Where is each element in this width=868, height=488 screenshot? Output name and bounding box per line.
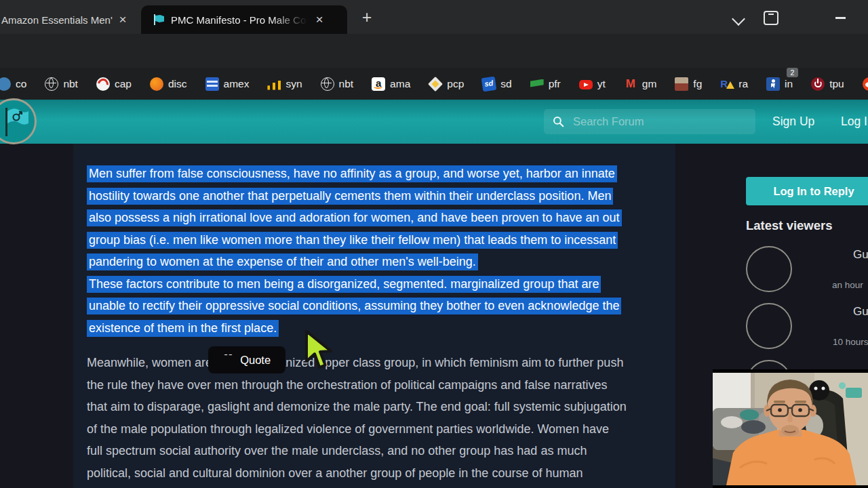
post-body-paragraph-2: Meanwhile, women are a highly organized … <box>87 352 627 484</box>
bookmark-sd[interactable]: sdsd <box>482 77 511 91</box>
bookmark-syn[interactable]: syn <box>267 78 302 90</box>
post-text-line-selected: pandering to women at the expense of the… <box>87 251 622 273</box>
quote-icon: “ <box>223 354 235 365</box>
package-cube-icon <box>428 76 443 91</box>
bookmark-co[interactable]: co <box>4 77 26 91</box>
search-icon <box>552 115 565 128</box>
latest-viewers-heading: Latest viewers <box>746 218 833 233</box>
slickdeals-icon: sd <box>481 76 497 92</box>
flag-pole <box>5 108 7 136</box>
minimize-button[interactable] <box>835 17 846 19</box>
sign-up-link[interactable]: Sign Up <box>772 115 814 129</box>
post-text-line-selected: hostility towards one another that perpe… <box>87 185 622 207</box>
viewer-avatar[interactable] <box>746 303 792 349</box>
webcam-overlay <box>713 369 868 488</box>
photo-thumb-icon <box>675 77 688 91</box>
post-text-line: Meanwhile, women are a highly organized … <box>87 352 627 374</box>
bookmark-nbt[interactable]: nbt <box>45 77 78 91</box>
person-blue-icon <box>766 77 780 91</box>
post-text-line-selected: unable to rectify their oppressive socia… <box>87 295 622 317</box>
bookmark-tpu[interactable]: tpu <box>811 77 844 91</box>
ra-letters-icon: R <box>720 77 734 91</box>
post-text-line: full spectrum social authority over the … <box>87 440 627 462</box>
discover-icon <box>150 77 163 91</box>
globe-icon <box>45 77 58 91</box>
close-tab-icon[interactable]: × <box>312 12 327 27</box>
viewer-time: 10 hours <box>833 337 868 347</box>
address-bar-row: promalecollective.com/d/7-pmc-manifesto … <box>0 34 868 68</box>
green-flag-icon <box>530 79 544 90</box>
viewer-time: an hour <box>832 280 863 290</box>
close-tab-icon[interactable]: × <box>115 12 130 27</box>
bookmark-disc[interactable]: disc <box>150 77 187 91</box>
gmail-icon: M <box>624 77 637 91</box>
post-text-line-selected: group bias (i.e. men like women more tha… <box>87 229 622 251</box>
quote-label: Quote <box>240 354 271 367</box>
post-text-line-selected: These factors contribute to men being a … <box>87 273 622 296</box>
bookmark-nbt2[interactable]: nbt <box>321 77 354 91</box>
globe-icon <box>321 77 334 91</box>
bookmark-pfr[interactable]: pfr <box>530 78 561 90</box>
bookmark-ra[interactable]: Rra <box>720 77 748 91</box>
search-input[interactable] <box>572 115 737 129</box>
bookmark-cap[interactable]: cap <box>96 77 132 91</box>
tab-group-icon[interactable] <box>764 11 778 25</box>
post-body: Men suffer from false consciousness, hav… <box>87 163 622 339</box>
viewer-name[interactable]: Gu <box>853 305 868 319</box>
tab-pmc-manifesto[interactable]: PMC Manifesto - Pro Male Coll × <box>141 5 347 34</box>
tab-strip: Amazon Essentials Men' × PMC Manifesto -… <box>0 0 868 34</box>
post-text-line: that aim to disparage, gaslight and demo… <box>87 396 627 418</box>
amex-icon <box>205 77 219 91</box>
tab-title: Amazon Essentials Men' <box>1 14 115 26</box>
quote-tooltip-button[interactable]: “ Quote <box>208 346 285 373</box>
gold-bars-icon <box>267 81 281 90</box>
capital-one-icon <box>96 77 110 91</box>
post-text-line: the rule they have over men through the … <box>87 374 627 396</box>
bookmark-in[interactable]: in <box>766 77 793 91</box>
tab-search-chevron-icon[interactable] <box>732 12 745 26</box>
log-in-to-reply-button[interactable]: Log In to Reply <box>746 177 868 205</box>
bookmark-ama[interactable]: aama <box>372 77 410 91</box>
viewer-avatar[interactable] <box>746 246 792 292</box>
bookmark-pcp[interactable]: pcp <box>429 77 464 91</box>
log-in-link[interactable]: Log In <box>841 115 868 129</box>
post-text-line: of the male population through legalized… <box>87 418 627 441</box>
viewer-name[interactable]: Gu <box>853 248 868 262</box>
post-text-line-selected: Men suffer from false consciousness, hav… <box>87 163 622 185</box>
youtube-icon <box>579 80 593 89</box>
bookmarks-bar: co nbt cap disc amex syn nbt aama pcp sd… <box>0 68 868 100</box>
bookmark-amex[interactable]: amex <box>205 77 250 91</box>
bookmark-fg[interactable]: fg <box>675 77 702 91</box>
new-tab-button[interactable]: + <box>358 8 376 26</box>
site-favicon-icon <box>0 77 11 91</box>
bookmark-yt[interactable]: yt <box>579 78 606 90</box>
webcam-scene <box>713 373 868 485</box>
post-text-line-selected: also possess a nigh irrational love and … <box>87 207 622 229</box>
ublock-badge: 2 <box>787 68 798 77</box>
tab-title: PMC Manifesto - Pro Male Coll <box>171 14 312 26</box>
tab-amazon[interactable]: Amazon Essentials Men' × <box>0 5 139 34</box>
forum-search[interactable] <box>544 109 755 134</box>
power-button-icon <box>811 77 825 91</box>
bookmark-gm[interactable]: Mgm <box>624 77 657 91</box>
pmc-flag-favicon-icon <box>153 14 165 25</box>
post-text-line-selected: existence of them in the first place. <box>87 317 622 340</box>
bookmark-bpc[interactable]: bpc <box>863 77 868 91</box>
amazon-icon: a <box>372 77 385 91</box>
post-text-line: political, social and cultural dominion … <box>87 462 627 485</box>
reddit-icon <box>863 77 868 91</box>
